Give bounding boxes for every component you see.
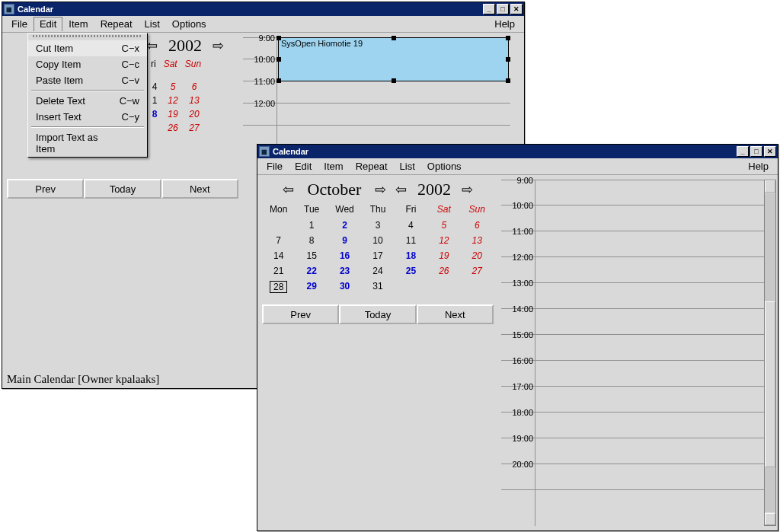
menu-copy-item[interactable]: Copy ItemC−c xyxy=(28,56,147,72)
menu-file[interactable]: File xyxy=(5,17,34,31)
menu-delete-text[interactable]: Delete TextC−w xyxy=(28,93,147,109)
date-cell[interactable]: 6 xyxy=(461,219,494,231)
weekend-dates-fragment: 456 11213 81920 2627 xyxy=(147,81,205,133)
menubar: File Edit Item Repeat List Options Help xyxy=(2,16,524,33)
date-cell[interactable]: 9 xyxy=(328,234,361,247)
calendar-event[interactable]: SysOpen Hiomotie 19 xyxy=(278,37,509,81)
scroll-down-icon[interactable] xyxy=(765,513,775,525)
year-next-icon[interactable]: ⇨ xyxy=(209,37,227,54)
date-cell[interactable]: 24 xyxy=(361,265,394,277)
date-cell[interactable]: 1 xyxy=(295,219,328,231)
time-label: 17:00 xyxy=(501,382,533,391)
menu-list[interactable]: List xyxy=(139,17,166,31)
date-cell[interactable]: 19 xyxy=(427,250,460,262)
date-cell[interactable]: 28 xyxy=(262,280,295,294)
date-cell[interactable]: 20 xyxy=(461,250,494,262)
maximize-button[interactable]: □ xyxy=(750,146,762,157)
date-grid[interactable]: 1234567891011121314151617181920212223242… xyxy=(262,219,494,294)
date-cell[interactable]: 15 xyxy=(295,250,328,262)
date-cell[interactable]: 14 xyxy=(262,250,295,262)
menu-edit[interactable]: Edit xyxy=(34,17,62,31)
maximize-button[interactable]: □ xyxy=(497,4,509,14)
today-button[interactable]: Today xyxy=(339,304,416,324)
menu-file[interactable]: File xyxy=(261,159,289,174)
menu-item[interactable]: Item xyxy=(318,159,349,174)
date-cell[interactable]: 29 xyxy=(295,280,328,294)
date-cell[interactable]: 22 xyxy=(295,265,328,277)
date-cell[interactable]: 27 xyxy=(461,265,494,277)
menu-edit[interactable]: Edit xyxy=(289,159,318,174)
date-cell[interactable]: 17 xyxy=(361,250,394,262)
time-label: 15:00 xyxy=(501,330,533,339)
date-cell[interactable]: 13 xyxy=(461,234,494,247)
nav-button-row: Prev Today Next xyxy=(7,179,238,199)
date-cell[interactable]: 8 xyxy=(295,234,328,247)
year-prev-icon[interactable]: ⇦ xyxy=(392,181,410,198)
prev-button[interactable]: Prev xyxy=(7,179,84,199)
titlebar[interactable]: ▦ Calendar _ □ ✕ xyxy=(2,2,524,16)
time-label: 14:00 xyxy=(501,304,533,314)
time-label: 12:00 xyxy=(243,99,275,108)
scroll-up-icon[interactable] xyxy=(765,180,775,193)
date-cell[interactable]: 5 xyxy=(427,219,460,231)
menu-repeat[interactable]: Repeat xyxy=(94,17,139,31)
minimize-button[interactable]: _ xyxy=(737,146,749,157)
edit-dropdown[interactable]: Cut ItemC−x Copy ItemC−c Paste ItemC−v D… xyxy=(27,33,148,158)
time-label: 9:00 xyxy=(243,33,275,43)
prev-button[interactable]: Prev xyxy=(262,304,339,324)
menu-repeat[interactable]: Repeat xyxy=(350,159,394,174)
year-label: 2002 xyxy=(168,36,202,56)
date-cell[interactable]: 21 xyxy=(262,265,295,277)
window-title: Calendar xyxy=(273,147,735,156)
timeline[interactable]: 9:0010:0011:0012:0013:0014:0015:0016:001… xyxy=(501,180,764,526)
date-cell[interactable]: 31 xyxy=(361,280,394,294)
time-label: 16:00 xyxy=(501,356,533,365)
date-cell[interactable] xyxy=(262,219,295,231)
date-cell[interactable]: 23 xyxy=(328,265,361,277)
month-prev-icon[interactable]: ⇦ xyxy=(280,181,297,198)
date-cell[interactable]: 11 xyxy=(395,234,427,247)
date-cell[interactable]: 25 xyxy=(395,265,427,277)
close-button[interactable]: ✕ xyxy=(510,4,523,14)
menu-help[interactable]: Help xyxy=(488,17,521,31)
time-label: 19:00 xyxy=(501,434,533,443)
month-next-icon[interactable]: ⇨ xyxy=(372,181,389,198)
minimize-button[interactable]: _ xyxy=(483,4,495,14)
date-cell[interactable]: 10 xyxy=(361,234,394,247)
day-of-week-row: Mon Tue Wed Thu Fri Sat Sun xyxy=(262,204,494,215)
next-button[interactable]: Next xyxy=(161,179,238,199)
titlebar[interactable]: ▦ Calendar _ □ ✕ xyxy=(257,145,778,158)
close-button[interactable]: ✕ xyxy=(764,146,776,157)
vertical-scrollbar[interactable] xyxy=(764,180,776,526)
menu-list[interactable]: List xyxy=(394,159,421,174)
menu-help[interactable]: Help xyxy=(742,159,775,174)
date-cell[interactable]: 30 xyxy=(328,280,361,294)
next-button[interactable]: Next xyxy=(417,304,494,324)
date-cell[interactable]: 18 xyxy=(395,250,427,262)
year-next-icon[interactable]: ⇨ xyxy=(459,181,476,198)
date-cell[interactable]: 16 xyxy=(328,250,361,262)
app-icon: ▦ xyxy=(4,4,14,14)
menu-options[interactable]: Options xyxy=(421,159,468,174)
date-cell[interactable]: 4 xyxy=(395,219,427,231)
month-year-header: ⇦ October ⇨ ⇦ 2002 ⇨ xyxy=(262,180,494,199)
menu-paste-item[interactable]: Paste ItemC−v xyxy=(28,72,147,88)
menu-cut-item[interactable]: Cut ItemC−x xyxy=(28,40,147,56)
date-cell[interactable]: 26 xyxy=(427,265,460,277)
date-cell[interactable]: 2 xyxy=(328,219,361,231)
menu-item[interactable]: Item xyxy=(62,17,94,31)
event-title: SysOpen Hiomotie 19 xyxy=(281,39,363,48)
date-cell[interactable]: 12 xyxy=(427,234,460,247)
date-cell[interactable] xyxy=(395,280,427,294)
menu-drag-handle[interactable] xyxy=(33,35,142,37)
month-label: October xyxy=(300,180,369,199)
date-cell[interactable] xyxy=(427,280,460,294)
year-label: 2002 xyxy=(413,180,456,199)
date-cell[interactable]: 7 xyxy=(262,234,295,247)
date-cell[interactable] xyxy=(461,280,494,294)
menu-import-text[interactable]: Import Text as Item xyxy=(28,129,147,157)
date-cell[interactable]: 3 xyxy=(361,219,394,231)
menu-insert-text[interactable]: Insert TextC−y xyxy=(28,109,147,125)
today-button[interactable]: Today xyxy=(84,179,161,199)
menu-options[interactable]: Options xyxy=(166,17,213,31)
